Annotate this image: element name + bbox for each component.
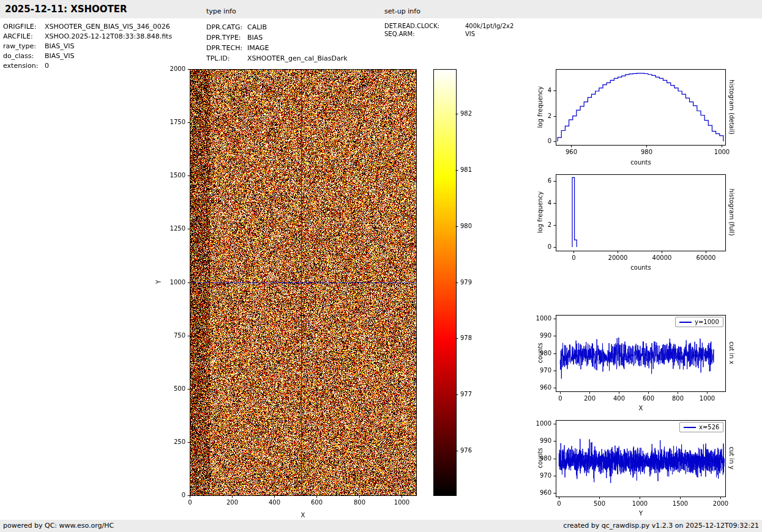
arcfile-label: ARCFILE: [3, 32, 45, 42]
cut-x-yaxis-label: counts [537, 342, 543, 363]
cut-x-legend-label: y=1000 [695, 319, 719, 325]
hist-detail-xaxis-label: counts [630, 159, 651, 166]
meta-row: DPR.CATG: CALIB [206, 22, 348, 32]
dpr-type-label: DPR.TYPE: [206, 32, 247, 43]
hist-full-side-label: histogram (full) [728, 188, 735, 235]
qc-report-page: 2025-12-11: XSHOOTER type info set-up in… [0, 0, 762, 532]
raw-type-value: BIAS_VIS [45, 42, 75, 51]
main-yaxis-label: Y [155, 280, 162, 284]
legend-line-icon [684, 427, 696, 428]
dpr-tech-label: DPR.TECH: [206, 43, 247, 53]
meta-row: SEQ.ARM: VIS [384, 30, 514, 38]
meta-row: DPR.TYPE: BIAS [206, 32, 348, 43]
hist-full-xaxis-label: counts [630, 264, 651, 271]
cut-x-side-label: cut in x [728, 341, 735, 364]
det-read-clock-label: DET.READ.CLOCK: [384, 22, 465, 30]
seq-arm-label: SEQ.ARM: [384, 30, 465, 38]
tpl-id-label: TPL.ID: [206, 53, 247, 64]
dpr-catg-label: DPR.CATG: [206, 22, 247, 32]
meta-row: DPR.TECH: IMAGE [206, 43, 348, 53]
cut-x-legend: y=1000 [675, 317, 723, 327]
origfile-label: ORIGFILE: [3, 22, 45, 32]
dpr-catg-value: CALIB [247, 22, 267, 32]
type-info-heading: type info [206, 7, 236, 15]
meta-row: extension: 0 [3, 61, 172, 71]
header-bar: 2025-12-11: XSHOOTER type info set-up in… [0, 0, 762, 18]
cut-x-xaxis-label: X [639, 405, 643, 412]
tpl-id-value: XSHOOTER_gen_cal_BiasDark [247, 53, 348, 64]
dpr-type-value: BIAS [247, 32, 263, 43]
origfile-value: XSHOOTER_GEN_BIAS_VIS_346_0026 [45, 22, 170, 32]
footer-bar: powered by QC: www.eso.org/HC created by… [0, 520, 762, 532]
hist-detail-yaxis-label: log frequency [537, 86, 543, 128]
cut-y-side-label: cut in y [728, 446, 735, 469]
meta-row: raw_type: BIAS_VIS [3, 42, 172, 51]
meta-row: TPL.ID: XSHOOTER_gen_cal_BiasDark [206, 53, 348, 64]
extension-label: extension: [3, 61, 45, 71]
meta-row: ARCFILE: XSHOO.2025-12-12T08:33:38.848.f… [3, 32, 172, 42]
hist-full-yaxis-label: log frequency [537, 191, 543, 234]
meta-row: ORIGFILE: XSHOOTER_GEN_BIAS_VIS_346_0026 [3, 22, 172, 32]
do-class-label: do_class: [3, 51, 45, 61]
cut-y-legend-label: x=526 [699, 424, 719, 430]
cut-y-xaxis-label: Y [639, 510, 643, 517]
footer-left-text: powered by QC: www.eso.org/HC [3, 520, 114, 532]
meta-row: DET.READ.CLOCK: 400k/1pt/lg/2x2 [384, 22, 514, 30]
extension-value: 0 [45, 61, 49, 71]
arcfile-value: XSHOO.2025-12-12T08:33:38.848.fits [45, 32, 172, 42]
raw-type-label: raw_type: [3, 42, 45, 51]
cut-y-legend: x=526 [679, 422, 723, 432]
type-info-block: DPR.CATG: CALIB DPR.TYPE: BIAS DPR.TECH:… [206, 22, 348, 64]
main-xaxis-label: X [301, 512, 305, 519]
seq-arm-value: VIS [465, 30, 475, 38]
setup-info-heading: set-up info [384, 7, 420, 15]
cut-y-yaxis-label: counts [537, 448, 543, 468]
meta-row: do_class: BIAS_VIS [3, 51, 172, 61]
footer-right-text: created by qc_rawdisp.py v1.2.3 on 2025-… [563, 520, 759, 532]
do-class-value: BIAS_VIS [45, 51, 75, 61]
file-info-block: ORIGFILE: XSHOOTER_GEN_BIAS_VIS_346_0026… [3, 22, 172, 71]
setup-info-block: DET.READ.CLOCK: 400k/1pt/lg/2x2 SEQ.ARM:… [384, 22, 514, 38]
det-read-clock-value: 400k/1pt/lg/2x2 [465, 22, 514, 30]
legend-line-icon [679, 322, 692, 323]
dpr-tech-value: IMAGE [247, 43, 269, 53]
page-title: 2025-12-11: XSHOOTER [5, 4, 127, 15]
hist-detail-side-label: histogram (detail) [728, 79, 735, 135]
